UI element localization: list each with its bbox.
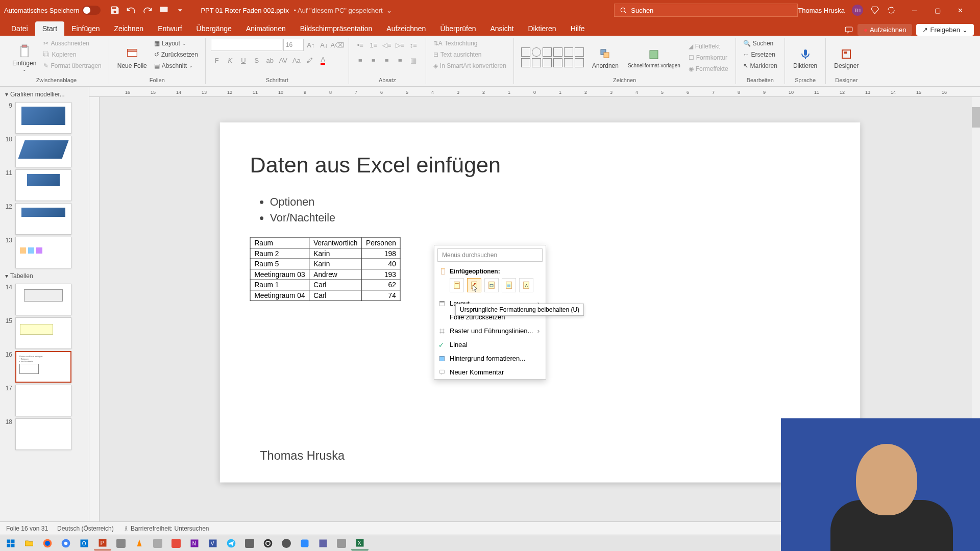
vlc-icon[interactable] — [131, 536, 148, 550]
zoom-icon[interactable] — [296, 536, 313, 550]
record-button[interactable]: ●Aufzeichnen — [857, 24, 912, 36]
increase-indent-button[interactable]: ▷≡ — [394, 39, 406, 51]
case-button[interactable]: Aa — [290, 54, 303, 66]
quick-styles-button[interactable]: Schnellformat-vorlagen — [625, 44, 683, 70]
line-spacing-button[interactable]: ↕≡ — [407, 39, 420, 51]
font-color-button[interactable]: A — [317, 54, 329, 66]
tab-datei[interactable]: Datei — [4, 21, 35, 36]
thumb-13[interactable]: 13 — [3, 237, 86, 268]
section-grafiken[interactable]: ▾ Grafiken modellier... — [2, 89, 87, 100]
firefox-icon[interactable] — [39, 536, 56, 550]
tab-hilfe[interactable]: Hilfe — [564, 21, 592, 36]
shape-gallery[interactable] — [519, 45, 586, 69]
tab-entwurf[interactable]: Entwurf — [151, 21, 189, 36]
slide-author[interactable]: Thomas Hruska — [260, 448, 345, 462]
italic-button[interactable]: K — [224, 54, 236, 66]
align-center-button[interactable]: ≡ — [368, 54, 380, 66]
minimize-button[interactable]: ─ — [903, 0, 926, 20]
explorer-icon[interactable] — [20, 536, 38, 550]
share-button[interactable]: ↗Freigeben⌄ — [916, 24, 974, 36]
strikethrough-button[interactable]: S — [251, 54, 263, 66]
more-icon[interactable] — [175, 5, 185, 15]
accessibility-checker[interactable]: Barrierefreiheit: Untersuchen — [123, 525, 209, 532]
tab-zeichnen[interactable]: Zeichnen — [107, 21, 151, 36]
designer-button[interactable]: Designer — [831, 39, 862, 76]
new-slide-button[interactable]: Neue Folie — [114, 39, 150, 76]
underline-button[interactable]: U — [237, 54, 250, 66]
section-button[interactable]: ▤Abschnitt⌄ — [152, 61, 200, 70]
thumb-10[interactable]: 10 — [3, 136, 86, 167]
save-icon[interactable] — [110, 5, 120, 15]
chevron-down-icon[interactable]: ⌄ — [386, 7, 392, 14]
replace-button[interactable]: ↔Ersetzen — [741, 50, 779, 59]
decrease-font-button[interactable]: A↓ — [318, 39, 330, 51]
select-button[interactable]: ↖Markieren — [741, 61, 779, 70]
font-family-select[interactable] — [211, 39, 282, 51]
increase-font-button[interactable]: A↑ — [305, 39, 317, 51]
find-button[interactable]: 🔍Suchen — [741, 39, 779, 48]
paste-button[interactable]: Einfügen ⌄ — [9, 39, 39, 76]
justify-button[interactable]: ≡ — [394, 54, 406, 66]
undo-icon[interactable] — [126, 5, 136, 15]
chrome-icon[interactable] — [57, 536, 75, 550]
thumb-15[interactable]: 15 — [3, 317, 86, 349]
slide-counter[interactable]: Folie 16 von 31 — [6, 525, 48, 532]
reset-button[interactable]: ↺Zurücksetzen — [152, 50, 200, 59]
paste-keep-source[interactable] — [467, 278, 481, 292]
ctx-new-comment[interactable]: Neuer Kommentar — [434, 365, 546, 379]
app-icon[interactable] — [241, 536, 258, 550]
dictate-button[interactable]: Diktieren — [790, 39, 820, 76]
tab-einfuegen[interactable]: Einfügen — [64, 21, 107, 36]
excel-icon[interactable]: X — [351, 536, 369, 550]
tab-uebergaenge[interactable]: Übergänge — [189, 21, 239, 36]
thumb-16[interactable]: 16Daten aus Excel einfügen• Optionen• Vo… — [3, 351, 86, 383]
slide-content[interactable]: Optionen Vor/Nachteile — [250, 192, 335, 228]
redo-icon[interactable] — [142, 5, 153, 15]
menu-search-input[interactable]: Menüs durchsuchen — [437, 248, 543, 262]
shadow-button[interactable]: ab — [264, 54, 276, 66]
obs-icon[interactable] — [259, 536, 277, 550]
search-input[interactable]: Suchen — [614, 4, 798, 17]
clear-format-button[interactable]: A⌫ — [331, 39, 344, 51]
app-icon[interactable] — [278, 536, 295, 550]
tab-ansicht[interactable]: Ansicht — [483, 21, 521, 36]
tab-ueberpruefen[interactable]: Überprüfen — [433, 21, 483, 36]
layout-button[interactable]: ▦Layout⌄ — [152, 39, 200, 48]
tab-animationen[interactable]: Animationen — [239, 21, 293, 36]
comments-icon[interactable] — [844, 26, 853, 35]
close-button[interactable]: ✕ — [949, 0, 972, 20]
tab-diktieren[interactable]: Diktieren — [521, 21, 563, 36]
thumb-12[interactable]: 12 — [3, 203, 86, 235]
tab-bildschirm[interactable]: Bildschirmpräsentation — [293, 21, 380, 36]
align-right-button[interactable]: ≡ — [381, 54, 393, 66]
diamond-icon[interactable] — [870, 6, 879, 15]
ruler-vertical[interactable] — [89, 97, 100, 536]
start-button[interactable] — [2, 536, 19, 550]
powerpoint-icon[interactable]: P — [94, 536, 111, 550]
thumb-11[interactable]: 11 — [3, 169, 86, 201]
font-size-select[interactable] — [283, 39, 304, 51]
ctx-format-bg[interactable]: Hintergrund formatieren... — [434, 352, 546, 365]
app-icon[interactable] — [333, 536, 350, 550]
maximize-button[interactable]: ▢ — [926, 0, 949, 20]
telegram-icon[interactable] — [223, 536, 240, 550]
columns-button[interactable]: ▥ — [407, 54, 420, 66]
thumb-18[interactable]: 18 — [3, 418, 86, 450]
autosave-toggle[interactable]: Automatisches Speichern — [4, 6, 101, 15]
toggle-switch[interactable] — [82, 6, 101, 15]
user-avatar[interactable]: TH — [852, 5, 863, 16]
thumb-9[interactable]: 9 — [3, 102, 86, 134]
language-indicator[interactable]: Deutsch (Österreich) — [57, 525, 114, 532]
slide-title[interactable]: Daten aus Excel einfügen — [250, 153, 500, 178]
ruler-horizontal[interactable]: 1615141312111098765432101234567891011121… — [89, 87, 980, 97]
onenote-icon[interactable]: N — [186, 536, 203, 550]
excel-table[interactable]: Raum Verantwortlich Personen Raum 2Karin… — [250, 237, 400, 300]
numbering-button[interactable]: 1≡ — [368, 39, 380, 51]
arrange-button[interactable]: Anordnen — [589, 44, 622, 71]
thumb-14[interactable]: 14 — [3, 284, 86, 315]
slide-panel[interactable]: ▾ Grafiken modellier... 9 10 11 12 13 ▾ … — [0, 87, 89, 536]
present-icon[interactable] — [159, 5, 169, 15]
outlook-icon[interactable]: O — [76, 536, 93, 550]
ctx-grid[interactable]: Raster und Führungslinien... › — [434, 324, 546, 338]
decrease-indent-button[interactable]: ◁≡ — [381, 39, 393, 51]
